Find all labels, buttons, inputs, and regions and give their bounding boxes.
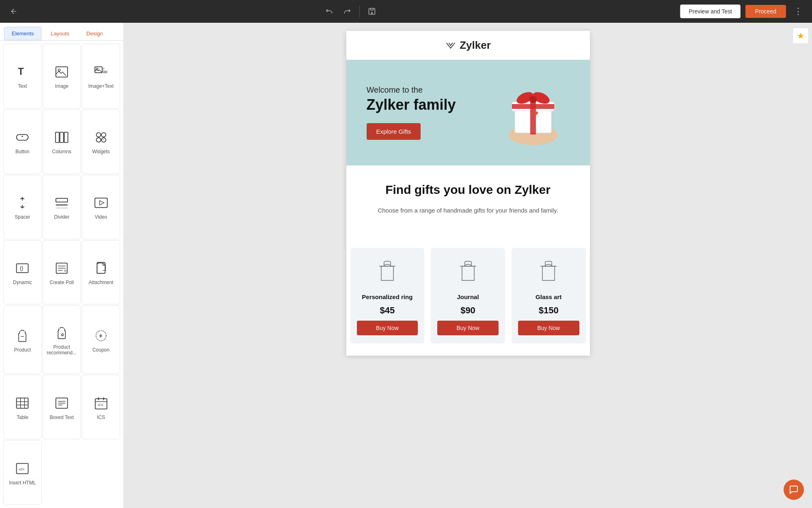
svg-text:T: T — [18, 67, 24, 77]
spacer-icon — [14, 195, 30, 211]
button-icon — [14, 129, 30, 145]
svg-text:T: T — [103, 67, 105, 71]
more-options-button[interactable]: ⋮ — [791, 4, 806, 19]
element-image-label: Image — [55, 83, 68, 89]
svg-point-61 — [529, 96, 537, 103]
element-attachment[interactable]: Attachment — [82, 240, 120, 305]
hero-subtitle: Welcome to the — [367, 85, 456, 95]
columns-icon — [54, 129, 70, 145]
element-columns[interactable]: Columns — [43, 109, 81, 174]
element-text-label: Text — [18, 83, 27, 89]
topbar-separator — [359, 6, 360, 17]
dynamic-icon: {} — [14, 260, 30, 276]
preview-button[interactable]: Preview and Test — [680, 4, 740, 18]
image-text-icon: T — [93, 64, 109, 80]
element-widgets[interactable]: + Widgets — [82, 109, 120, 174]
product-card-1: Journal $90 Buy Now — [431, 248, 505, 343]
video-icon — [93, 195, 109, 211]
element-dynamic[interactable]: {} Dynamic — [3, 240, 42, 305]
email-brand: Zylker — [346, 31, 590, 60]
element-image[interactable]: Image — [43, 44, 81, 109]
product-name-1: Journal — [457, 293, 479, 300]
svg-point-3 — [58, 69, 60, 71]
product-card-2: Glass art $150 Buy Now — [512, 248, 586, 343]
svg-rect-11 — [60, 132, 63, 143]
svg-text:+: + — [102, 138, 104, 141]
element-table[interactable]: Table — [3, 375, 42, 439]
element-coupon[interactable]: $ Coupon — [82, 305, 120, 374]
element-boxed-text[interactable]: Boxed Text — [43, 375, 81, 439]
hero-banner: Welcome to the Zylker family Explore Gif… — [346, 60, 590, 165]
gift-box-svg — [497, 76, 570, 149]
product-name-0: Personalized ring — [362, 293, 412, 300]
email-content: Find gifts you love on Zylker Choose fro… — [346, 165, 590, 248]
boxed-text-icon — [54, 395, 70, 411]
table-icon — [14, 395, 30, 411]
element-text[interactable]: T Text — [3, 44, 42, 109]
element-insert-html[interactable]: </> Insert HTML — [3, 440, 42, 505]
tab-bar: Elements Layouts Design — [0, 23, 123, 41]
sub-text: Choose from a range of handmade gifts fo… — [358, 206, 578, 215]
element-divider[interactable]: Divider — [43, 175, 81, 239]
brand-logo-icon — [445, 40, 456, 51]
element-columns-label: Columns — [52, 149, 71, 154]
product-card-0: Personalized ring $45 Buy Now — [350, 248, 425, 343]
element-image-text[interactable]: T Image+Text — [82, 44, 120, 109]
proceed-button[interactable]: Proceed — [745, 5, 786, 18]
element-ics[interactable]: ICS ICS — [82, 375, 120, 439]
svg-rect-10 — [56, 132, 59, 143]
svg-rect-58 — [512, 104, 554, 109]
hero-title: Zylker family — [367, 96, 456, 113]
element-product-recommend[interactable]: Product recommend... — [43, 305, 81, 374]
element-dynamic-label: Dynamic — [13, 280, 32, 285]
svg-point-15 — [96, 138, 101, 142]
element-attachment-label: Attachment — [89, 280, 113, 285]
elements-grid: T Text Image T Image+Text — [0, 41, 123, 508]
element-create-poll-label: Create Poll — [50, 280, 73, 285]
back-button[interactable] — [6, 4, 21, 19]
svg-text:$: $ — [99, 334, 101, 338]
svg-rect-23 — [56, 207, 68, 209]
ics-icon: ICS — [93, 395, 109, 411]
explore-gifts-button[interactable]: Explore Gifts — [367, 123, 421, 140]
product-name-2: Glass art — [536, 293, 561, 300]
element-product[interactable]: Product — [3, 305, 42, 374]
undo-button[interactable] — [322, 4, 337, 19]
canvas-area: Zylker Welcome to the Zylker family Expl… — [124, 23, 812, 508]
left-panel: Elements Layouts Design T Text Image — [0, 23, 124, 508]
buy-button-1[interactable]: Buy Now — [437, 321, 499, 335]
brand-name: Zylker — [460, 39, 491, 52]
tab-design[interactable]: Design — [79, 27, 110, 40]
brand-logo: Zylker — [354, 39, 582, 52]
product-image-0 — [371, 256, 404, 289]
hero-text: Welcome to the Zylker family Explore Gif… — [367, 85, 456, 140]
svg-rect-38 — [17, 398, 28, 408]
product-recommend-icon — [54, 325, 70, 341]
product-image-2 — [532, 256, 565, 289]
buy-button-2[interactable]: Buy Now — [518, 321, 579, 335]
product-image-1 — [452, 256, 484, 289]
element-video[interactable]: Video — [82, 175, 120, 239]
star-button[interactable]: ★ — [793, 28, 809, 44]
topbar-center — [322, 4, 379, 19]
tab-elements[interactable]: Elements — [4, 27, 41, 40]
buy-button-0[interactable]: Buy Now — [357, 321, 418, 335]
svg-text:A: A — [64, 269, 66, 273]
element-divider-label: Divider — [54, 214, 69, 220]
tab-layouts[interactable]: Layouts — [43, 27, 77, 40]
chat-button[interactable] — [784, 480, 804, 500]
redo-button[interactable] — [340, 4, 354, 19]
element-spacer[interactable]: Spacer — [3, 175, 42, 239]
save-button[interactable] — [365, 4, 379, 19]
topbar-left — [6, 4, 21, 19]
svg-text:</>: </> — [19, 467, 25, 471]
svg-text:ICS: ICS — [98, 403, 104, 407]
element-create-poll[interactable]: A Create Poll — [43, 240, 81, 305]
element-product-label: Product — [14, 347, 31, 353]
element-table-label: Table — [17, 415, 28, 420]
divider-icon — [54, 195, 70, 211]
product-price-1: $90 — [460, 305, 475, 316]
svg-rect-9 — [17, 135, 28, 140]
product-grid: Personalized ring $45 Buy Now — [346, 248, 590, 356]
element-button[interactable]: Button — [3, 109, 42, 174]
